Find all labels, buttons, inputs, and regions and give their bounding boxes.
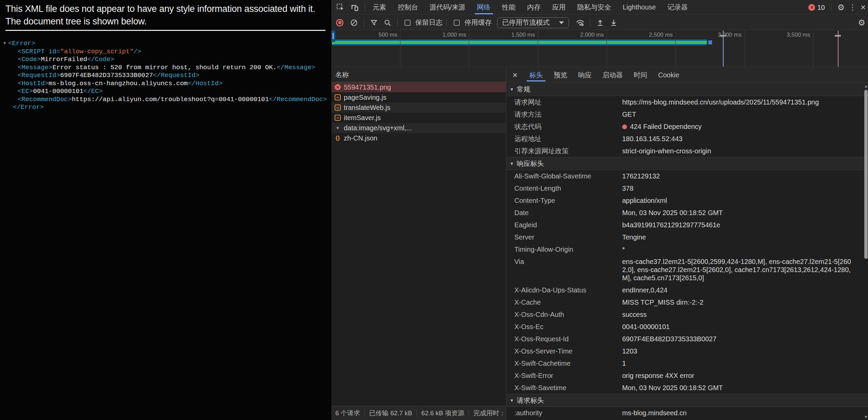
header-key: 引荐来源网址政策 (514, 147, 622, 155)
tab-应用[interactable]: 应用 (547, 0, 572, 15)
header-value: https://ms-blog.mindseed.cn/usr/uploads/… (622, 98, 868, 106)
section-collapse-icon[interactable]: ▼ (510, 398, 514, 403)
ruler-gridline (607, 31, 607, 67)
ruler-gridline (675, 31, 676, 67)
tab-性能[interactable]: 性能 (496, 0, 521, 15)
error-count: 10 (817, 4, 825, 12)
details-tab-标头[interactable]: 标头 (524, 68, 548, 82)
ruler-tick-label: 3,500 ms (760, 32, 810, 38)
details-scrollbar[interactable]: ▲ ▼ (864, 84, 868, 419)
tab-记录器[interactable]: 记录器 (662, 0, 693, 15)
request-name: itemSaver.js (344, 114, 381, 122)
error-counter[interactable]: ✕ 10 (808, 4, 825, 12)
clear-network-log-icon[interactable] (348, 17, 360, 28)
request-row[interactable]: {}zh-CN.json (331, 133, 506, 143)
tab-元素[interactable]: 元素 (367, 0, 392, 15)
header-key: X-Cache (514, 298, 622, 306)
request-row[interactable]: ‹›translateWeb.js (331, 102, 506, 113)
header-value: ens-cache37.l2em21-5[2600,2599,424-1280,… (622, 257, 868, 282)
summary-item: 已传输 62.7 kB (365, 409, 417, 418)
network-overview-timeline[interactable]: 500 ms1,000 ms1,500 ms2,000 ms2,500 ms3,… (331, 31, 868, 67)
header-key: X-Alicdn-Da-Ups-Status (514, 286, 622, 294)
close-devtools-icon[interactable]: ✕ (860, 4, 866, 11)
details-tab-预览[interactable]: 预览 (548, 68, 573, 82)
scrollbar-down-icon[interactable]: ▼ (864, 415, 868, 419)
header-value: application/xml (622, 196, 868, 205)
more-options-kebab-icon[interactable]: ⋮ (849, 4, 856, 11)
export-har-icon[interactable] (608, 17, 619, 28)
section-collapse-icon[interactable]: ▼ (510, 161, 514, 166)
header-key: Timing-Allow-Origin (514, 245, 622, 253)
xml-line: <SCRIPT id="allow-copy_script"/> (0, 48, 331, 56)
tab-网络[interactable]: 网络 (471, 0, 496, 15)
network-conditions-icon[interactable] (574, 17, 586, 28)
xml-line: <RequestId>6907F4EB482D3735333B0027</Req… (0, 72, 331, 80)
section-header[interactable]: ▼请求标头 (506, 394, 868, 407)
record-network-log-button[interactable] (336, 19, 343, 26)
section-collapse-icon[interactable]: ▼ (510, 87, 514, 92)
preserve-log-checkbox[interactable] (405, 20, 411, 26)
header-value: success (622, 310, 868, 319)
ruler-gridline (538, 31, 538, 67)
request-row[interactable]: ‹›itemSaver.js (331, 113, 506, 123)
header-value: b4a3919917621291297775461e (622, 221, 868, 229)
section-header[interactable]: ▼响应标头 (506, 157, 868, 170)
header-row: X-Oss-Ec0041-00000101 (506, 321, 868, 333)
tab-Lighthouse[interactable]: Lighthouse (617, 0, 662, 15)
request-row[interactable]: ▼data:image/svg+xml,... (331, 123, 506, 133)
tab-源代码/来源[interactable]: 源代码/来源 (424, 0, 471, 15)
network-toolbar: 保留日志 停用缓存 已停用节流模式 (331, 15, 868, 30)
ruler-gridline (400, 31, 400, 67)
settings-gear-icon[interactable]: ⚙ (837, 3, 845, 12)
script-file-icon: ‹› (335, 94, 341, 100)
xml-text: Error status : 520 from mirror host, sho… (53, 64, 277, 71)
request-row[interactable]: ‹›pageSaving.js (331, 92, 506, 102)
xml-line: <RecommendDoc>https://api.aliyun.com/tro… (0, 96, 331, 104)
xml-tag: </Error> (13, 103, 44, 111)
xml-tag: </RequestId> (153, 72, 199, 79)
details-tabbar: ✕ 标头预览响应启动器时间Cookie (506, 68, 868, 83)
scrollbar-thumb[interactable] (864, 90, 868, 259)
inspect-element-icon[interactable] (335, 2, 346, 13)
header-value: GET (622, 110, 868, 118)
network-settings-gear-icon[interactable]: ⚙ (858, 19, 865, 27)
disable-cache-label[interactable]: 停用缓存 (465, 18, 492, 27)
details-tab-Cookie[interactable]: Cookie (653, 68, 685, 82)
device-toolbar-icon[interactable] (349, 2, 360, 13)
filter-icon[interactable] (368, 17, 380, 28)
overview-drag-handle[interactable] (331, 31, 335, 42)
xml-line: <Code>MirrorFailed</Code> (0, 56, 331, 64)
import-har-icon[interactable] (594, 17, 606, 28)
disable-cache-checkbox[interactable] (454, 20, 460, 26)
request-rows: ✕559471351.png‹›pageSaving.js‹›translate… (331, 82, 506, 143)
details-tab-启动器[interactable]: 启动器 (597, 68, 628, 82)
request-name: zh-CN.json (344, 134, 377, 142)
request-row[interactable]: ✕559471351.png (331, 82, 506, 92)
header-key: Content-Type (514, 196, 622, 205)
throttling-value: 已停用节流模式 (502, 18, 550, 27)
details-tab-响应[interactable]: 响应 (573, 68, 597, 82)
header-row: Timing-Allow-Origin* (506, 243, 868, 255)
xml-style-notice: This XML file does not appear to have an… (5, 3, 326, 28)
request-name-column-header[interactable]: 名称 (331, 68, 506, 82)
throttling-dropdown[interactable]: 已停用节流模式 (497, 17, 569, 28)
header-key: X-Oss-Ec (514, 323, 622, 331)
close-details-icon[interactable]: ✕ (506, 68, 524, 82)
tab-控制台[interactable]: 控制台 (392, 0, 424, 15)
search-icon[interactable] (382, 17, 393, 28)
header-row: Eagleidb4a3919917621291297775461e (506, 219, 868, 231)
xml-expander-icon[interactable]: ▼ (3, 39, 8, 47)
header-value: Mon, 03 Nov 2025 00:18:52 GMT (622, 384, 868, 392)
divider (447, 19, 447, 27)
scrollbar-up-icon[interactable]: ▲ (864, 84, 868, 89)
xml-tag: </RecommendDoc> (269, 96, 327, 103)
header-value: 1203 (622, 347, 868, 355)
tab-内存[interactable]: 内存 (521, 0, 547, 15)
header-value: 378 (622, 184, 868, 192)
header-row: 状态代码424 Failed Dependency (506, 120, 868, 133)
section-header[interactable]: ▼常规 (506, 83, 868, 96)
xml-tag: <RequestId> (18, 72, 60, 79)
details-tab-时间[interactable]: 时间 (628, 68, 653, 82)
tab-隐私与安全[interactable]: 隐私与安全 (572, 0, 617, 15)
preserve-log-label[interactable]: 保留日志 (415, 18, 442, 27)
